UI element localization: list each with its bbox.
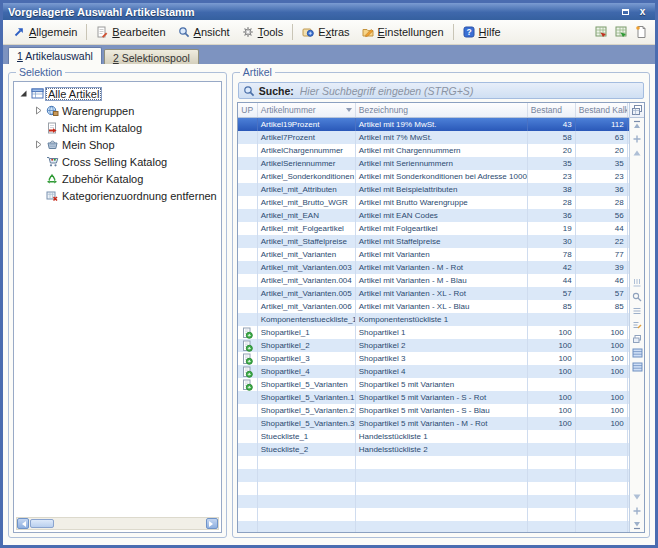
table-row-empty[interactable] [238,495,629,508]
tab-1-artikelauswahl[interactable]: 1 Artikelauswahl [8,47,102,64]
cell-bestand_kalk: 63 [576,131,628,144]
table-row-empty[interactable] [238,521,629,532]
cell-bezeichnung [356,495,528,508]
expander-icon[interactable] [18,89,29,98]
table-row[interactable]: Stueckliste_2Handelsstückliste 2229 [238,443,629,456]
table-row[interactable]: Artikel_SonderkonditionenArtikel mit Son… [238,170,629,183]
column-header-bezeichnung[interactable]: Bezeichnung [356,103,528,117]
expander-icon[interactable] [33,106,44,115]
table-row-empty[interactable] [238,508,629,521]
cell-bezeichnung: Artikel mit Folgeartikel [356,222,528,235]
plus-down-icon[interactable] [632,506,642,516]
scroll-bottom-icon[interactable] [632,520,642,530]
table-row[interactable]: Shopartikel_5_Varianten.3Shopartikel 5 m… [238,417,629,430]
restore-button[interactable] [618,5,633,18]
list-edit-icon[interactable] [632,320,642,330]
table-row[interactable]: Artikel_mit_Varianten.005Artikel mit Var… [238,287,629,300]
grid-blue-icon[interactable] [632,362,643,372]
table-row[interactable]: Shopartikel_5_Varianten.1Shopartikel 5 m… [238,391,629,404]
scrollbar-thumb[interactable] [30,519,54,528]
tree-item-cross-selling-katalog[interactable]: Cross Selling Katalog [16,153,219,170]
new-document-button[interactable] [631,23,651,42]
table-row-empty[interactable] [238,456,629,469]
table-row[interactable]: Shopartikel_2Shopartikel 210010020,0025, [238,339,629,352]
cell-artikelnummer: Shopartikel_2 [258,339,356,352]
cell-up [238,339,258,352]
table-row[interactable]: Shopartikel_5_Varianten.2Shopartikel 5 m… [238,404,629,417]
column-header-artikelnummer[interactable]: Artikelnummer [258,103,356,117]
menu-item-extras[interactable]: Extras [296,24,355,40]
menu-item-einstellungen[interactable]: Einstellungen [356,24,450,40]
table-row[interactable]: Shopartikel_5_VariantenShopartikel 5 mit… [238,378,629,391]
table-row[interactable]: Artikel_mit_EANArtikel mit EAN Codes3656… [238,209,629,222]
tree-item-kategorienzuordnung-entfernen[interactable]: Kategorienzuordnung entfernen [16,187,219,204]
table-row[interactable]: ArtikelSeriennummerArtikel mit Seriennum… [238,157,629,170]
table-row-empty[interactable] [238,482,629,495]
table-row[interactable]: Artikel_mit_Varianten.003Artikel mit Var… [238,261,629,274]
tree-item-mein-shop[interactable]: Mein Shop [16,136,219,153]
table-row[interactable]: ArtikelChargennummerArtikel mit Chargenn… [238,144,629,157]
layers-icon[interactable] [632,334,642,344]
tree-horizontal-scrollbar[interactable] [16,517,219,530]
box-blue-icon [302,26,314,38]
search-bar[interactable]: Suche: [238,82,644,99]
scroll-right-button[interactable] [206,518,218,529]
cell-up [238,144,258,157]
grid-blue-icon[interactable] [632,348,643,358]
search-input[interactable] [298,84,639,98]
menu-item-allgemein[interactable]: Allgemein [7,24,83,40]
table-row[interactable]: Shopartikel_1Shopartikel 110010049,9992, [238,326,629,339]
table-row[interactable]: Artikel_mit_VariantenArtikel mit Variant… [238,248,629,261]
tree-item-warengruppen[interactable]: Warengruppen [16,102,219,119]
table-row[interactable]: Stueckliste_1Handelsstückliste 1184 [238,430,629,443]
table-row[interactable]: Artikel_mit_StaffelpreiseArtikel mit Sta… [238,235,629,248]
column-header-up[interactable]: UP [238,103,258,117]
tab-2-selektionspool[interactable]: 2 Selektionspool [104,49,199,64]
menu-item-label: Extras [318,26,349,38]
table-row[interactable]: Artikel_mit_Varianten.006Artikel mit Var… [238,300,629,313]
cell-up [238,261,258,274]
menu-item-hilfe[interactable]: ?Hilfe [457,24,507,40]
column-header-bestand_kalk[interactable]: Bestand Kalk. [576,103,628,117]
cell-bestand_kalk: 100 [576,404,628,417]
cell-up [238,469,258,482]
close-button[interactable]: x [635,5,650,18]
table-import-button[interactable] [611,23,631,42]
table-row[interactable]: Artikel7ProzentArtikel mit 7% MwSt.58631… [238,131,629,144]
cell-up [238,508,258,521]
tri-down-icon[interactable] [632,492,642,502]
table-export-button[interactable] [591,23,611,42]
plus-up-icon[interactable] [632,134,642,144]
cell-up [238,495,258,508]
scroll-left-button[interactable] [17,518,29,529]
tree-item-zubehör-katalog[interactable]: Zubehör Katalog [16,170,219,187]
table-row[interactable]: Artikel_mit_AttributenArtikel mit Beispi… [238,183,629,196]
pin-icon[interactable] [632,278,642,288]
table-row[interactable]: Shopartikel_3Shopartikel 310010010,5721, [238,352,629,365]
cell-bezeichnung: Shopartikel 1 [356,326,528,339]
column-header-bestand[interactable]: Bestand [528,103,576,117]
table-row-empty[interactable] [238,469,629,482]
tree-item-nicht-im-katalog[interactable]: Nicht im Katalog [16,119,219,136]
grid-side-rail [629,103,644,532]
column-chooser-button[interactable] [630,103,644,118]
table-row[interactable]: Artikel19ProzentArtikel mit 19% MwSt.431… [238,118,629,131]
menu-item-ansicht[interactable]: Ansicht [172,24,236,40]
tree-item-alle-artikel[interactable]: Alle Artikel [16,85,219,102]
list-icon[interactable] [632,306,642,316]
menu-item-label: Tools [258,26,284,38]
tri-up-icon[interactable] [632,148,642,158]
table-row[interactable]: Artikel_mit_Varianten.004Artikel mit Var… [238,274,629,287]
magnifier-small-icon[interactable] [632,292,642,302]
cell-up [238,287,258,300]
artikel-panel: Artikel Suche: UPArtikelnummerBezeichnun… [232,72,650,538]
table-row[interactable]: Artikel_mit_FolgeartikelArtikel mit Folg… [238,222,629,235]
menu-item-bearbeiten[interactable]: Bearbeiten [90,24,171,40]
expander-icon[interactable] [33,140,44,149]
table-row[interactable]: Shopartikel_4Shopartikel 410010063,5472, [238,365,629,378]
cell-up [238,404,258,417]
scroll-top-icon[interactable] [632,120,642,130]
table-row[interactable]: Komponentenstueckliste_1Komponentenstück… [238,313,629,326]
menu-item-tools[interactable]: Tools [236,24,290,40]
table-row[interactable]: Artikel_mit_Brutto_WGRArtikel mit Brutto… [238,196,629,209]
